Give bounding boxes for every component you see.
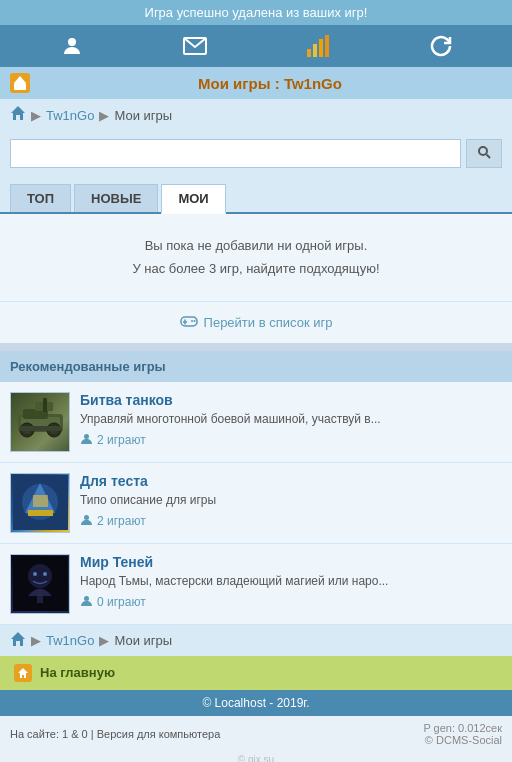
breadcrumb-current: Мои игры — [114, 108, 172, 123]
svg-point-38 — [84, 596, 89, 601]
online-info: На сайте: 1 & 0 | Версия для компьютера — [10, 728, 220, 740]
svg-point-9 — [479, 147, 487, 155]
game-desc-2: Типо описание для игры — [80, 492, 502, 509]
game-info-3: Мир Теней Народ Тьмы, мастерски владеющи… — [80, 554, 502, 610]
svg-rect-3 — [313, 44, 317, 57]
breadcrumb: ▶ Tw1nGo ▶ Мои игры — [0, 99, 512, 131]
search-input[interactable] — [10, 139, 461, 168]
cms-text: © DCMS-Social — [423, 734, 502, 746]
game-title-3[interactable]: Мир Теней — [80, 554, 502, 570]
feed-nav-icon[interactable] — [300, 31, 336, 61]
svg-point-32 — [84, 515, 89, 520]
svg-rect-25 — [20, 426, 61, 431]
svg-marker-40 — [18, 668, 28, 678]
refresh-nav-icon[interactable] — [423, 31, 459, 61]
mail-nav-icon[interactable] — [177, 31, 213, 61]
gen-info: P gen: 0.012сек © DCMS-Social — [423, 722, 502, 746]
bottom-breadcrumb: ▶ Tw1nGo ▶ Мои игры — [0, 625, 512, 656]
back-to-main-button[interactable]: На главную — [0, 656, 512, 690]
players-icon-3 — [80, 594, 93, 610]
recommended-header: Рекомендованные игры — [0, 351, 512, 382]
tab-mine[interactable]: МОИ — [161, 184, 225, 214]
bottom-info: На сайте: 1 & 0 | Версия для компьютера … — [0, 716, 512, 752]
svg-point-36 — [43, 572, 47, 576]
svg-point-26 — [84, 434, 89, 439]
back-home-icon — [14, 664, 32, 682]
empty-state: Вы пока не добавили ни одной игры. У нас… — [0, 214, 512, 301]
title-bar: Мои игры : Tw1nGo — [0, 67, 512, 99]
breadcrumb-link-site[interactable]: Tw1nGo — [46, 108, 94, 123]
recommended-list: Битва танков Управляй многотонной боевой… — [0, 382, 512, 625]
svg-rect-5 — [325, 35, 329, 57]
empty-line2: У нас более 3 игр, найдите подходящую! — [10, 257, 502, 280]
svg-point-34 — [28, 564, 52, 588]
footer: © Localhost - 2019г. — [0, 690, 512, 716]
game-thumb-3 — [10, 554, 70, 614]
game-thumb-2 — [10, 473, 70, 533]
game-item-3[interactable]: Мир Теней Народ Тьмы, мастерски владеющи… — [0, 544, 512, 625]
svg-rect-31 — [33, 495, 48, 507]
game-title-2[interactable]: Для теста — [80, 473, 502, 489]
watermark: © gix.su — [0, 752, 512, 762]
svg-point-35 — [33, 572, 37, 576]
svg-marker-7 — [14, 76, 26, 83]
go-to-games: Перейти в список игр — [0, 301, 512, 343]
breadcrumb-sep-1: ▶ — [31, 108, 41, 123]
go-to-games-link[interactable]: Перейти в список игр — [10, 314, 502, 331]
go-to-games-label: Перейти в список игр — [204, 315, 333, 330]
search-button[interactable] — [466, 139, 502, 168]
notification-bar: Игра успешно удалена из ваших игр! — [0, 0, 512, 25]
players-icon-2 — [80, 513, 93, 529]
tabs: ТОП НОВЫЕ МОИ — [0, 176, 512, 214]
recommended-section: Рекомендованные игры Битва та — [0, 351, 512, 625]
game-item-2[interactable]: Для теста Типо описание для игры 2 играю… — [0, 463, 512, 544]
game-title-1[interactable]: Битва танков — [80, 392, 502, 408]
svg-point-15 — [193, 320, 195, 322]
gen-text: P gen: 0.012сек — [423, 722, 502, 734]
svg-marker-39 — [11, 632, 25, 646]
game-desc-1: Управляй многотонной боевой машиной, уча… — [80, 411, 502, 428]
bottom-breadcrumb-sep-2: ▶ — [99, 633, 109, 648]
players-icon-1 — [80, 432, 93, 448]
empty-line1: Вы пока не добавили ни одной игры. — [10, 234, 502, 257]
footer-text: © Localhost - 2019г. — [202, 696, 309, 710]
svg-rect-6 — [14, 83, 26, 90]
search-bar — [0, 131, 512, 176]
svg-point-0 — [68, 38, 76, 46]
back-to-main-label: На главную — [40, 665, 115, 680]
online-text: На сайте: 1 & 0 | Версия для компьютера — [10, 728, 220, 740]
svg-rect-30 — [28, 510, 53, 516]
breadcrumb-sep-2: ▶ — [99, 108, 109, 123]
svg-rect-2 — [307, 49, 311, 57]
bottom-breadcrumb-home-icon[interactable] — [10, 631, 26, 650]
game-players-1: 2 играют — [80, 432, 502, 448]
page-title: Мои игры : Tw1nGo — [38, 75, 502, 92]
game-players-2: 2 играют — [80, 513, 502, 529]
game-players-3: 0 играют — [80, 594, 502, 610]
svg-rect-20 — [43, 398, 47, 412]
notification-text: Игра успешно удалена из ваших игр! — [145, 5, 368, 20]
svg-marker-8 — [11, 106, 25, 120]
game-desc-3: Народ Тьмы, мастерски владеющий магией и… — [80, 573, 502, 590]
site-logo — [10, 73, 30, 93]
game-info-1: Битва танков Управляй многотонной боевой… — [80, 392, 502, 448]
game-thumb-1 — [10, 392, 70, 452]
game-item-1[interactable]: Битва танков Управляй многотонной боевой… — [0, 382, 512, 463]
watermark-text: © gix.su — [238, 754, 274, 762]
user-nav-icon[interactable] — [54, 31, 90, 61]
top-nav — [0, 25, 512, 67]
svg-line-10 — [487, 155, 491, 159]
bottom-breadcrumb-sep-1: ▶ — [31, 633, 41, 648]
svg-rect-37 — [37, 591, 43, 603]
svg-point-14 — [191, 320, 193, 322]
svg-rect-4 — [319, 39, 323, 57]
game-info-2: Для теста Типо описание для игры 2 играю… — [80, 473, 502, 529]
bottom-breadcrumb-link-site[interactable]: Tw1nGo — [46, 633, 94, 648]
bottom-breadcrumb-current: Мои игры — [114, 633, 172, 648]
gamepad-icon — [180, 314, 198, 331]
tab-top[interactable]: ТОП — [10, 184, 71, 212]
tab-new[interactable]: НОВЫЕ — [74, 184, 158, 212]
breadcrumb-home-icon[interactable] — [10, 105, 26, 125]
